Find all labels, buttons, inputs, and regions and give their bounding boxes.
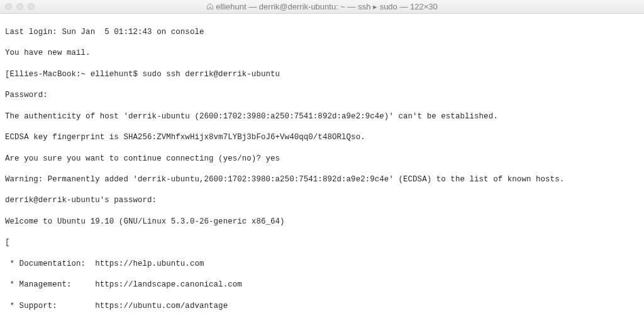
blank-line [5,322,639,332]
documentation-line: * Documentation: https://help.ubuntu.com [5,259,639,270]
confirm-prompt-line: Are you sure you want to continue connec… [5,154,639,164]
local-prompt-line: [Ellies-MacBook:~ elliehunt$ sudo ssh de… [5,69,639,80]
confirm-prompt: Are you sure you want to continue connec… [5,154,265,163]
bracket-line: [ [5,237,639,248]
welcome-line: Welcome to Ubuntu 19.10 (GNU/Linux 5.3.0… [5,217,639,227]
confirm-answer: yes [265,154,280,163]
home-icon [206,3,214,12]
last-login-line: Last login: Sun Jan 5 01:12:43 on consol… [5,27,639,38]
support-line: * Support: https://ubuntu.com/advantage [5,301,639,312]
fingerprint-line: ECDSA key fingerprint is SHA256:ZVMhfxwH… [5,132,639,143]
entered-command: sudo ssh derrik@derrik-ubuntu [143,70,280,79]
host-auth-warning: The authenticity of host 'derrik-ubuntu … [5,111,639,122]
window-title: elliehunt — derrik@derrik-ubuntu: ~ — ss… [0,2,644,12]
minimize-icon[interactable] [16,3,23,10]
zoom-icon[interactable] [28,3,35,10]
window-controls [5,3,35,10]
management-line: * Management: https://landscape.canonica… [5,280,639,290]
terminal-output[interactable]: Last login: Sun Jan 5 01:12:43 on consol… [0,14,644,335]
added-host-line: Warning: Permanently added 'derrik-ubunt… [5,174,639,185]
close-icon[interactable] [5,3,12,10]
mail-notice-line: You have new mail. [5,48,639,59]
password-prompt: Password: [5,90,639,101]
remote-password-prompt: derrik@derrik-ubuntu's password: [5,195,639,206]
window-title-text: elliehunt — derrik@derrik-ubuntu: ~ — ss… [216,2,438,11]
local-prompt-prefix: [Ellies-MacBook:~ elliehunt$ [5,70,143,79]
titlebar: elliehunt — derrik@derrik-ubuntu: ~ — ss… [0,0,644,14]
